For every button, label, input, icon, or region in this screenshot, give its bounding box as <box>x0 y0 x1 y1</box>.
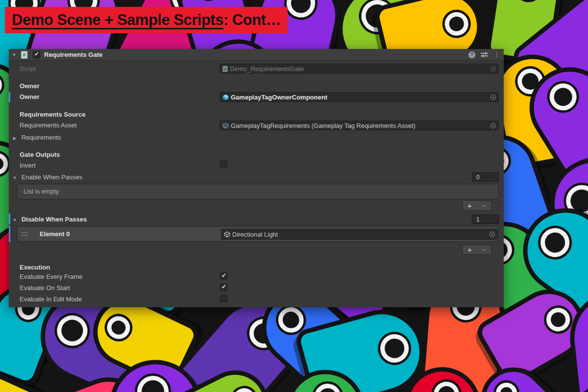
tag-grommet-icon <box>312 382 343 392</box>
invert-label: Invert <box>20 162 36 169</box>
element-object-field[interactable]: Directional Light <box>221 229 498 240</box>
requirements-asset-label: Requirements Asset <box>20 122 76 129</box>
disable-list-box: Element 0 Directional Light <box>17 226 499 242</box>
object-picker-icon[interactable] <box>490 95 496 100</box>
disable-list-footer: + − <box>462 245 491 255</box>
script-object-field: # Demo_RequirementsGate <box>220 64 499 74</box>
component-cube-icon <box>222 94 229 100</box>
enable-when-passes-label: Enable When Passes <box>22 173 82 181</box>
add-element-button[interactable]: + <box>463 245 477 254</box>
presets-icon[interactable] <box>481 51 488 58</box>
enable-when-passes-foldout[interactable]: ▼ Enable When Passes <box>12 173 82 181</box>
execution-section-header: Execution <box>20 264 50 271</box>
component-foldout-icon[interactable]: ▼ <box>11 52 17 57</box>
component-title: Requirements Gate <box>44 51 102 58</box>
tag-grommet-icon <box>103 312 133 343</box>
tag-grommet-icon <box>0 152 9 176</box>
owner-row-label: Owner <box>20 93 39 100</box>
enable-list-empty-text: List is empty <box>17 184 498 199</box>
prefab-override-bar <box>9 92 10 102</box>
more-menu-icon[interactable]: ⋮ <box>493 51 500 58</box>
component-header: ▼ # Requirements Gate ? ⋮ <box>9 49 504 61</box>
element-value: Directional Light <box>232 231 278 238</box>
inspector-panel: ▼ # Requirements Gate ? ⋮ Script # Demo_… <box>9 49 504 307</box>
component-enabled-checkbox[interactable] <box>33 51 40 58</box>
drag-handle-icon[interactable] <box>21 232 28 236</box>
svg-text:#: # <box>224 66 226 71</box>
tag-grommet-icon <box>491 378 521 392</box>
tag-grommet-icon <box>542 303 574 335</box>
element-label: Element 0 <box>40 230 70 238</box>
tag-grommet-icon <box>284 0 318 20</box>
tag-grommet-icon <box>195 0 222 1</box>
list-element-row[interactable]: Element 0 Directional Light <box>18 227 497 241</box>
requirements-asset-field[interactable]: GameplayTagRequirements (Gameplay Tag Re… <box>220 121 499 130</box>
evaluate-on-start-checkbox[interactable] <box>220 284 227 291</box>
tag-grommet-icon <box>0 75 2 96</box>
banner-text: Demo Scene + Sample Scripts: Cont… <box>12 11 281 29</box>
tag-grommet-icon <box>135 373 171 392</box>
owner-value: GameplayTagOwnerComponent <box>231 94 327 101</box>
tag-grommet-icon <box>377 331 412 367</box>
requirements-section-header: Requirements Source <box>20 111 85 118</box>
requirements-foldout-label: Requirements <box>22 134 61 141</box>
remove-element-button[interactable]: − <box>477 245 491 254</box>
tag-grommet-icon <box>430 378 463 392</box>
owner-object-field[interactable]: GameplayTagOwnerComponent <box>220 92 499 102</box>
evaluate-in-edit-mode-label: Evaluate In Edit Mode <box>20 295 82 303</box>
enable-list-footer: + − <box>462 200 491 211</box>
tag-grommet-icon <box>442 10 471 38</box>
gameobject-cube-icon <box>224 231 230 238</box>
prefab-override-bar <box>9 214 10 224</box>
disable-when-passes-label: Disable When Passes <box>22 216 87 223</box>
object-picker-icon[interactable] <box>490 123 496 128</box>
disable-list-size-input[interactable] <box>472 215 499 224</box>
add-element-button[interactable]: + <box>463 201 477 210</box>
svg-text:#: # <box>23 52 26 58</box>
disable-when-passes-foldout[interactable]: ▼ Disable When Passes <box>12 216 87 223</box>
evaluate-in-edit-mode-checkbox[interactable] <box>220 295 227 302</box>
tag-grommet-icon <box>52 311 92 351</box>
script-value: Demo_RequirementsGate <box>230 65 304 73</box>
banner-text-underlined: Demo Scene + Sample Scripts <box>12 11 223 28</box>
enable-list-box: List is empty <box>17 184 499 199</box>
banner: Demo Scene + Sample Scripts: Cont… <box>5 7 288 33</box>
tag-grommet-icon <box>516 0 541 1</box>
tag-grommet-icon <box>229 385 259 392</box>
evaluate-every-frame-checkbox[interactable] <box>220 272 227 280</box>
scriptable-object-icon <box>222 122 229 129</box>
object-picker-icon[interactable] <box>490 232 495 237</box>
enable-list-size-input[interactable] <box>472 172 499 182</box>
tag-grommet-icon <box>544 78 582 115</box>
requirements-asset-value: GameplayTagRequirements (Gameplay Tag Re… <box>231 122 416 129</box>
tag-grommet-icon <box>535 222 575 263</box>
help-icon[interactable]: ? <box>468 51 475 58</box>
script-icon: # <box>21 51 28 59</box>
gate-outputs-section-header: Gate Outputs <box>20 151 60 158</box>
prefab-override-bar <box>9 226 10 242</box>
evaluate-every-frame-label: Evaluate Every Frame <box>20 273 83 280</box>
banner-text-suffix: : Cont… <box>223 11 281 28</box>
requirements-foldout[interactable]: ▶ Requirements <box>12 134 61 141</box>
invert-checkbox[interactable] <box>220 161 227 168</box>
object-picker-icon[interactable] <box>490 66 496 72</box>
owner-section-header: Owner <box>20 82 39 90</box>
evaluate-on-start-label: Evaluate On Start <box>20 284 70 292</box>
script-file-icon: # <box>222 66 228 72</box>
script-row-label: Script <box>20 65 36 73</box>
remove-element-button[interactable]: − <box>477 201 491 210</box>
